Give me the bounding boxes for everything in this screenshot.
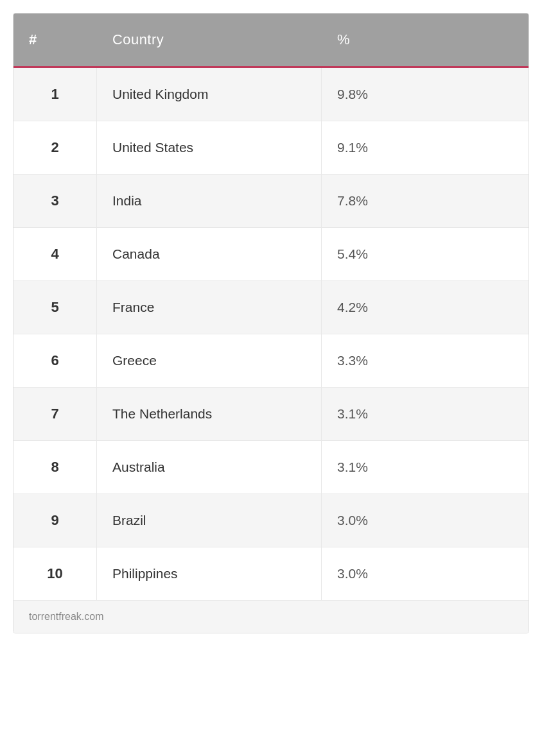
country-cell: Philippines [97,547,322,600]
percent-cell: 4.2% [322,281,529,334]
table-row: 8Australia3.1% [13,441,529,494]
table-footer: torrentfreak.com [13,600,529,633]
table-row: 1United Kingdom9.8% [13,68,529,121]
table-body: 1United Kingdom9.8%2United States9.1%3In… [13,68,529,600]
header-percent: % [322,13,529,66]
rank-cell: 8 [13,441,97,494]
header-rank: # [13,13,97,66]
country-cell: Canada [97,228,322,280]
rank-cell: 2 [13,121,97,174]
percent-cell: 3.0% [322,547,529,600]
table-row: 7The Netherlands3.1% [13,388,529,441]
table-header: # Country % [13,13,529,68]
country-cell: Brazil [97,494,322,547]
rank-cell: 3 [13,175,97,227]
rank-cell: 4 [13,228,97,280]
percent-cell: 3.3% [322,334,529,387]
table-row: 2United States9.1% [13,121,529,175]
rank-cell: 1 [13,68,97,121]
percent-cell: 7.8% [322,175,529,227]
table-row: 4Canada5.4% [13,228,529,281]
table-row: 5France4.2% [13,281,529,334]
country-cell: India [97,175,322,227]
percent-cell: 5.4% [322,228,529,280]
percent-cell: 9.8% [322,68,529,121]
country-cell: Greece [97,334,322,387]
table-row: 10Philippines3.0% [13,547,529,600]
percent-cell: 3.0% [322,494,529,547]
rank-cell: 10 [13,547,97,600]
percent-cell: 9.1% [322,121,529,174]
country-cell: Australia [97,441,322,494]
percent-cell: 3.1% [322,441,529,494]
percent-cell: 3.1% [322,388,529,440]
table-row: 6Greece3.3% [13,334,529,388]
rank-cell: 7 [13,388,97,440]
header-country: Country [97,13,322,66]
rank-cell: 5 [13,281,97,334]
rank-cell: 6 [13,334,97,387]
table-row: 9Brazil3.0% [13,494,529,547]
country-cell: The Netherlands [97,388,322,440]
country-cell: United Kingdom [97,68,322,121]
source-label: torrentfreak.com [29,611,103,622]
rank-cell: 9 [13,494,97,547]
country-stats-table: # Country % 1United Kingdom9.8%2United S… [13,13,529,633]
table-row: 3India7.8% [13,175,529,228]
country-cell: France [97,281,322,334]
country-cell: United States [97,121,322,174]
